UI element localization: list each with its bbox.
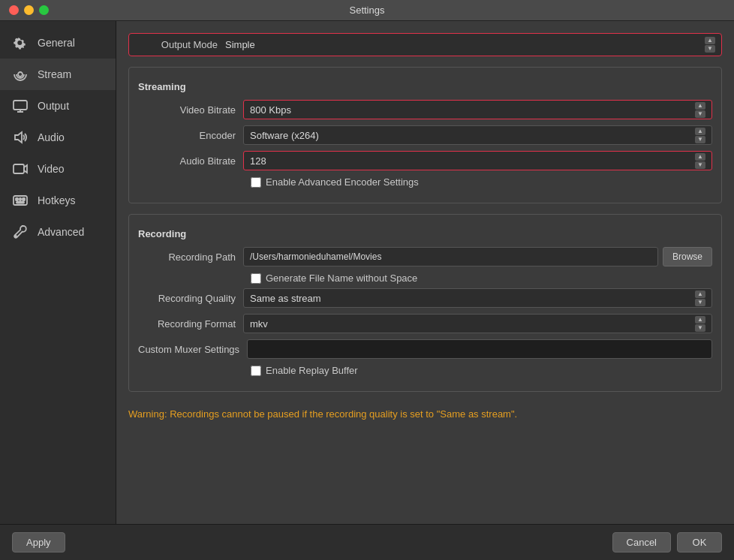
enable-replay-row[interactable]: Enable Replay Buffer [251,365,712,376]
audio-bitrate-row: Audio Bitrate 128 ▲ ▼ [138,151,712,170]
sidebar-stream-label: Stream [38,68,71,80]
apply-button[interactable]: Apply [12,532,65,552]
ab-spinner-up[interactable]: ▲ [695,153,705,161]
qual-spinner-up[interactable]: ▲ [695,291,705,298]
close-button[interactable] [9,5,19,15]
stream-icon [12,66,29,83]
sidebar-item-output[interactable]: Output [0,90,116,122]
gear-icon [12,35,29,51]
enable-replay-checkbox[interactable] [251,366,261,376]
hotkeys-icon [12,192,29,209]
bottom-left: Apply [12,532,612,552]
sidebar-hotkeys-label: Hotkeys [38,194,76,206]
vb-spinner-up[interactable]: ▲ [695,102,705,110]
sidebar-general-label: General [38,37,75,49]
streaming-panel: Streaming Video Bitrate 800 Kbps ▲ ▼ Enc… [128,67,722,203]
bottom-bar: Apply Cancel OK [0,524,734,560]
sidebar-item-general[interactable]: General [0,27,116,59]
encoder-row: Encoder Software (x264) ▲ ▼ [138,125,712,145]
svg-point-0 [18,72,23,77]
sidebar-item-video[interactable]: Video [0,153,116,185]
spinner-down[interactable]: ▼ [705,45,715,53]
enable-advanced-label: Enable Advanced Encoder Settings [266,176,419,188]
generate-filename-label: Generate File Name without Space [266,272,417,284]
sidebar-item-stream[interactable]: Stream [0,59,116,90]
recording-format-row: Recording Format mkv ▲ ▼ [138,314,712,333]
svg-rect-6 [16,198,18,200]
output-icon [12,98,29,114]
vb-spinner-down[interactable]: ▼ [695,110,705,118]
qual-spinner-down[interactable]: ▼ [695,299,705,306]
recording-quality-label: Recording Quality [138,293,243,304]
sidebar-audio-label: Audio [38,131,65,143]
cancel-button[interactable]: Cancel [612,532,671,552]
encoder-value: Software (x264) [250,130,692,141]
encoder-label: Encoder [138,130,243,141]
warning-text: Warning: Recordings cannot be paused if … [128,408,722,420]
ok-button[interactable]: OK [677,532,722,552]
audio-bitrate-value: 128 [250,155,692,167]
svg-point-10 [15,236,17,237]
recording-quality-control[interactable]: Same as stream ▲ ▼ [243,288,712,308]
main-container: General Stream Output [0,21,734,524]
streaming-title: Streaming [138,81,712,92]
wrench-icon [12,224,29,240]
sidebar-item-hotkeys[interactable]: Hotkeys [0,185,116,216]
audio-bitrate-label: Audio Bitrate [138,155,243,167]
video-icon [12,161,29,177]
quality-spinner[interactable]: ▲ ▼ [695,291,705,306]
video-bitrate-control[interactable]: 800 Kbps ▲ ▼ [243,100,712,119]
enable-advanced-checkbox[interactable] [251,177,261,188]
audio-icon [12,129,29,146]
sidebar-output-label: Output [38,100,69,112]
output-mode-spinner[interactable]: ▲ ▼ [705,37,715,53]
generate-filename-row[interactable]: Generate File Name without Space [251,272,712,284]
minimize-button[interactable] [24,5,34,15]
bottom-right: Cancel OK [612,532,722,552]
sidebar: General Stream Output [0,21,116,524]
recording-format-control[interactable]: mkv ▲ ▼ [243,314,712,333]
recording-path-row: Recording Path Browse [138,247,712,266]
audio-bitrate-spinner[interactable]: ▲ ▼ [695,153,705,169]
fmt-spinner-down[interactable]: ▼ [695,324,705,332]
output-mode-value: Simple [225,39,702,50]
ab-spinner-down[interactable]: ▼ [695,161,705,169]
sidebar-advanced-label: Advanced [38,226,84,238]
audio-bitrate-control[interactable]: 128 ▲ ▼ [243,151,712,170]
recording-path-input[interactable] [243,247,658,266]
output-mode-label: Output Mode [135,39,225,50]
spinner-up[interactable]: ▲ [705,37,715,44]
encoder-spinner[interactable]: ▲ ▼ [695,128,705,143]
sidebar-video-label: Video [38,163,65,175]
recording-quality-row: Recording Quality Same as stream ▲ ▼ [138,288,712,308]
svg-rect-1 [14,101,27,110]
window-controls[interactable] [9,5,49,15]
custom-muxer-label: Custom Muxer Settings [138,344,247,355]
encoder-control[interactable]: Software (x264) ▲ ▼ [243,125,712,145]
svg-rect-7 [20,198,21,200]
custom-muxer-row: Custom Muxer Settings [138,339,712,359]
svg-rect-9 [17,202,24,203]
maximize-button[interactable] [39,5,49,15]
video-bitrate-label: Video Bitrate [138,104,243,116]
recording-title: Recording [138,228,712,239]
content-area: Output Mode Simple ▲ ▼ Streaming Video B… [116,21,734,524]
enc-spinner-down[interactable]: ▼ [695,136,705,143]
video-bitrate-value: 800 Kbps [250,104,692,116]
sidebar-item-audio[interactable]: Audio [0,122,116,153]
recording-panel: Recording Recording Path Browse Generate… [128,214,722,392]
enc-spinner-up[interactable]: ▲ [695,128,705,135]
format-spinner[interactable]: ▲ ▼ [695,316,705,332]
svg-marker-4 [24,165,27,173]
browse-button[interactable]: Browse [663,247,712,266]
window-title: Settings [350,5,385,16]
enable-advanced-row[interactable]: Enable Advanced Encoder Settings [251,176,712,188]
sidebar-item-advanced[interactable]: Advanced [0,216,116,248]
custom-muxer-input[interactable] [247,339,712,359]
svg-rect-3 [14,164,24,173]
enable-replay-label: Enable Replay Buffer [266,365,358,376]
generate-filename-checkbox[interactable] [251,273,261,284]
fmt-spinner-up[interactable]: ▲ [695,316,705,324]
svg-rect-8 [23,198,25,200]
video-bitrate-spinner[interactable]: ▲ ▼ [695,102,705,118]
